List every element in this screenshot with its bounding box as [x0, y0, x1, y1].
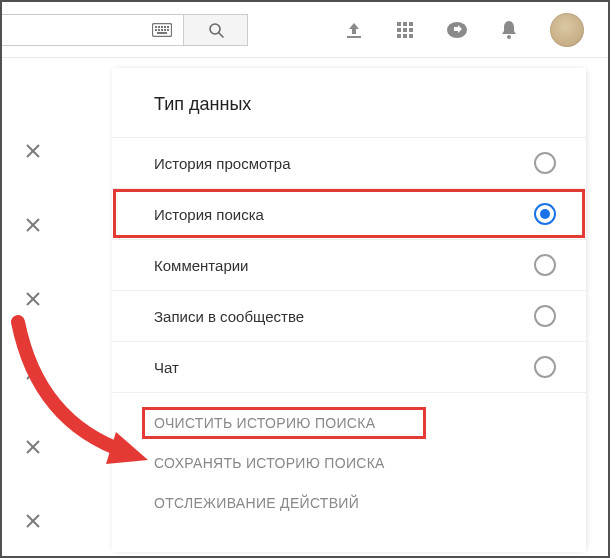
- svg-rect-17: [409, 22, 413, 26]
- search-input[interactable]: [1, 15, 141, 45]
- svg-rect-5: [167, 26, 169, 28]
- option-label: История просмотра: [154, 155, 291, 172]
- svg-rect-22: [403, 34, 407, 38]
- svg-rect-19: [403, 28, 407, 32]
- svg-rect-4: [164, 26, 166, 28]
- search-box: [0, 14, 248, 46]
- share-icon[interactable]: [446, 21, 468, 39]
- close-icon[interactable]: [24, 216, 46, 238]
- option-label: Чат: [154, 359, 179, 376]
- radio-icon[interactable]: [534, 152, 556, 174]
- action-item[interactable]: ОТСЛЕЖИВАНИЕ ДЕЙСТВИЙ: [154, 483, 556, 523]
- option-label: Записи в сообществе: [154, 308, 304, 325]
- svg-rect-6: [155, 29, 157, 31]
- upload-icon[interactable]: [344, 21, 364, 39]
- panel-header: Тип данных: [112, 86, 586, 137]
- radio-icon[interactable]: [534, 305, 556, 327]
- svg-rect-21: [397, 34, 401, 38]
- keyboard-icon[interactable]: [141, 15, 183, 45]
- svg-rect-15: [397, 22, 401, 26]
- svg-rect-16: [403, 22, 407, 26]
- svg-point-25: [507, 35, 511, 39]
- svg-line-13: [219, 33, 223, 37]
- close-icon[interactable]: [24, 512, 46, 534]
- search-button[interactable]: [183, 15, 247, 45]
- option-label: История поиска: [154, 206, 264, 223]
- svg-rect-23: [409, 34, 413, 38]
- left-list-actions: [24, 142, 46, 534]
- bell-icon[interactable]: [500, 20, 518, 40]
- apps-icon[interactable]: [396, 21, 414, 39]
- option-row[interactable]: История просмотра: [112, 137, 586, 188]
- svg-rect-1: [155, 26, 157, 28]
- avatar[interactable]: [550, 13, 584, 47]
- top-bar: [2, 2, 608, 58]
- option-row[interactable]: История поиска: [112, 188, 586, 239]
- action-item[interactable]: ОЧИСТИТЬ ИСТОРИЮ ПОИСКА: [154, 403, 556, 443]
- radio-icon[interactable]: [534, 356, 556, 378]
- option-row[interactable]: Записи в сообществе: [112, 290, 586, 341]
- option-row[interactable]: Чат: [112, 341, 586, 392]
- svg-rect-20: [409, 28, 413, 32]
- close-icon[interactable]: [24, 364, 46, 386]
- svg-rect-14: [347, 36, 361, 38]
- svg-rect-11: [157, 32, 167, 34]
- top-icons: [344, 13, 608, 47]
- svg-rect-2: [158, 26, 160, 28]
- option-row[interactable]: Комментарии: [112, 239, 586, 290]
- svg-rect-7: [158, 29, 160, 31]
- svg-rect-9: [164, 29, 166, 31]
- svg-rect-3: [161, 26, 163, 28]
- close-icon[interactable]: [24, 290, 46, 312]
- app-frame: Тип данных История просмотраИстория поис…: [0, 0, 610, 558]
- action-item[interactable]: СОХРАНЯТЬ ИСТОРИЮ ПОИСКА: [154, 443, 556, 483]
- panel-actions: ОЧИСТИТЬ ИСТОРИЮ ПОИСКАСОХРАНЯТЬ ИСТОРИЮ…: [112, 392, 586, 523]
- close-icon[interactable]: [24, 438, 46, 460]
- close-icon[interactable]: [24, 142, 46, 164]
- radio-icon[interactable]: [534, 203, 556, 225]
- svg-rect-18: [397, 28, 401, 32]
- svg-rect-10: [167, 29, 169, 31]
- radio-icon[interactable]: [534, 254, 556, 276]
- option-label: Комментарии: [154, 257, 248, 274]
- svg-rect-8: [161, 29, 163, 31]
- data-type-panel: Тип данных История просмотраИстория поис…: [112, 68, 586, 552]
